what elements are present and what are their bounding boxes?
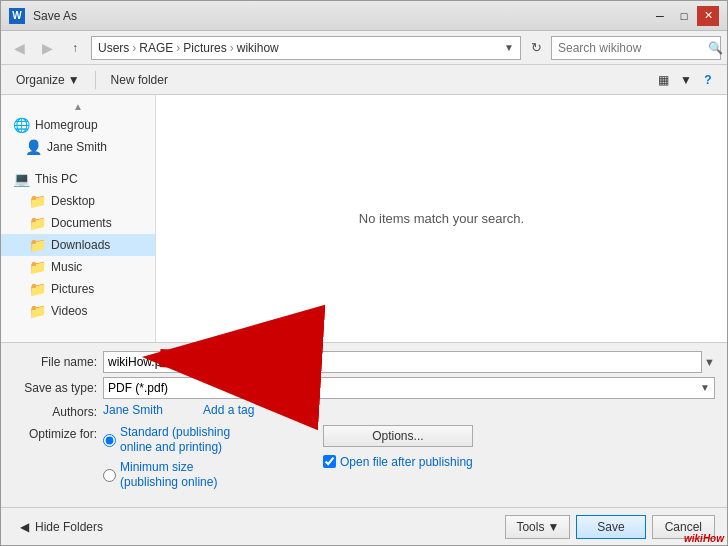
filename-label: File name: (13, 355, 103, 369)
new-folder-button[interactable]: New folder (104, 70, 175, 90)
address-bar: ◀ ▶ ↑ Users › RAGE › Pictures › wikihow … (1, 31, 727, 65)
open-after-publish-row: Open file after publishing (323, 455, 473, 469)
up-button[interactable]: ↑ (63, 36, 87, 60)
sidebar-item-documents-label: Documents (51, 216, 112, 230)
path-segment-wikihow: wikihow (237, 41, 279, 55)
organize-button[interactable]: Organize ▼ (9, 70, 87, 90)
tools-arrow-icon: ▼ (547, 520, 559, 534)
optimize-options: Standard (publishingonline and printing)… (103, 425, 303, 495)
save-button[interactable]: Save (576, 515, 645, 539)
title-bar: W Save As ─ □ ✕ (1, 1, 727, 31)
savetype-row: Save as type: PDF (*.pdf) ▼ (13, 377, 715, 399)
word-icon: W (9, 8, 25, 24)
optimize-standard-text: Standard (publishingonline and printing) (120, 425, 230, 455)
maximize-button[interactable]: □ (673, 6, 695, 26)
sidebar-item-jane-smith-label: Jane Smith (47, 140, 107, 154)
sidebar: ▲ 🌐 Homegroup 👤 Jane Smith (1, 95, 156, 342)
empty-message: No items match your search. (359, 211, 524, 226)
optimize-minimum-row: Minimum size(publishing online) (103, 460, 303, 491)
sidebar-item-homegroup-label: Homegroup (35, 118, 98, 132)
new-folder-label: New folder (111, 73, 168, 87)
forward-button[interactable]: ▶ (35, 36, 59, 60)
sidebar-item-pictures-label: Pictures (51, 282, 94, 296)
sidebar-item-downloads-label: Downloads (51, 238, 110, 252)
optimize-standard-radio[interactable] (103, 434, 116, 447)
sidebar-scroll-up[interactable]: ▲ (1, 99, 155, 114)
optimize-minimum-radio[interactable] (103, 469, 116, 482)
desktop-folder-icon: 📁 (29, 193, 45, 209)
optimize-minimum-text: Minimum size(publishing online) (120, 460, 217, 490)
dialog-footer: ◀ Hide Folders Tools ▼ Save Cancel (1, 507, 727, 545)
savetype-dropdown[interactable]: PDF (*.pdf) ▼ (103, 377, 715, 399)
optimize-standard-label[interactable]: Standard (publishingonline and printing) (120, 425, 230, 456)
sidebar-item-music-label: Music (51, 260, 82, 274)
open-after-label[interactable]: Open file after publishing (340, 455, 473, 469)
sidebar-item-desktop-label: Desktop (51, 194, 95, 208)
sidebar-item-desktop[interactable]: 📁 Desktop (1, 190, 155, 212)
sidebar-item-homegroup[interactable]: 🌐 Homegroup (1, 114, 155, 136)
filename-dropdown-arrow[interactable]: ▼ (702, 356, 715, 368)
help-button[interactable]: ? (697, 69, 719, 91)
path-dropdown-arrow[interactable]: ▼ (504, 42, 514, 53)
authors-row: Authors: Jane Smith Add a tag (13, 403, 715, 419)
refresh-button[interactable]: ↻ (525, 37, 547, 59)
sidebar-item-documents[interactable]: 📁 Documents (1, 212, 155, 234)
options-button[interactable]: Options... (323, 425, 473, 447)
filename-input[interactable] (108, 355, 697, 369)
right-options: Options... Open file after publishing (323, 425, 473, 469)
add-tag-link[interactable]: Add a tag (203, 403, 254, 417)
organize-label: Organize (16, 73, 65, 87)
optimize-standard-row: Standard (publishingonline and printing) (103, 425, 303, 456)
wikihow-watermark: wikiHow (684, 533, 724, 544)
search-box: 🔍 (551, 36, 721, 60)
view-icon[interactable]: ▦ (651, 69, 675, 91)
documents-folder-icon: 📁 (29, 215, 45, 231)
authors-content: Jane Smith Add a tag (103, 403, 715, 417)
sidebar-item-thispc[interactable]: 💻 This PC (1, 168, 155, 190)
sidebar-item-jane-smith[interactable]: 👤 Jane Smith (1, 136, 155, 158)
search-input[interactable] (558, 41, 708, 55)
open-after-checkbox[interactable] (323, 455, 336, 468)
main-area: ▲ 🌐 Homegroup 👤 Jane Smith (1, 95, 727, 342)
videos-folder-icon: 📁 (29, 303, 45, 319)
optimize-section: Optimize for: Standard (publishingonline… (13, 425, 715, 499)
path-segment-users: Users (98, 41, 129, 55)
address-path[interactable]: Users › RAGE › Pictures › wikihow ▼ (91, 36, 521, 60)
minimize-button[interactable]: ─ (649, 6, 671, 26)
sidebar-item-pictures[interactable]: 📁 Pictures (1, 278, 155, 300)
close-button[interactable]: ✕ (697, 6, 719, 26)
file-content-area: No items match your search. (156, 95, 727, 342)
sidebar-item-music[interactable]: 📁 Music (1, 256, 155, 278)
downloads-folder-icon: 📁 (29, 237, 45, 253)
savetype-value: PDF (*.pdf) (108, 381, 168, 395)
authors-label: Authors: (13, 403, 103, 419)
music-folder-icon: 📁 (29, 259, 45, 275)
sidebar-spacer (1, 160, 155, 168)
sidebar-group-homegroup: 🌐 Homegroup 👤 Jane Smith (1, 114, 155, 158)
view-dropdown-arrow[interactable]: ▼ (679, 69, 693, 91)
hide-folders-label: Hide Folders (35, 520, 103, 534)
window-controls: ─ □ ✕ (649, 6, 719, 26)
author-link[interactable]: Jane Smith (103, 403, 163, 417)
hide-folders-button[interactable]: ◀ Hide Folders (13, 517, 110, 537)
savetype-label: Save as type: (13, 381, 103, 395)
optimize-minimum-label[interactable]: Minimum size(publishing online) (120, 460, 217, 491)
back-button[interactable]: ◀ (7, 36, 31, 60)
save-form: File name: ▼ Save as type: PDF (*.pdf) ▼… (1, 342, 727, 507)
path-arrow-1: › (132, 41, 136, 55)
thispc-icon: 💻 (13, 171, 29, 187)
sidebar-item-videos[interactable]: 📁 Videos (1, 300, 155, 322)
tools-label: Tools (516, 520, 544, 534)
sidebar-item-downloads[interactable]: 📁 Downloads (1, 234, 155, 256)
sidebar-group-thispc: 💻 This PC 📁 Desktop 📁 Documents 📁 Downlo… (1, 168, 155, 322)
savetype-dropdown-arrow: ▼ (700, 382, 710, 393)
user-icon: 👤 (25, 139, 41, 155)
search-icon[interactable]: 🔍 (708, 41, 723, 55)
dialog-title: Save As (33, 9, 77, 23)
path-segment-pictures: Pictures (183, 41, 226, 55)
filename-input-wrapper (103, 351, 702, 373)
sidebar-item-thispc-label: This PC (35, 172, 78, 186)
tools-button[interactable]: Tools ▼ (505, 515, 570, 539)
path-arrow-3: › (230, 41, 234, 55)
path-arrow-2: › (176, 41, 180, 55)
